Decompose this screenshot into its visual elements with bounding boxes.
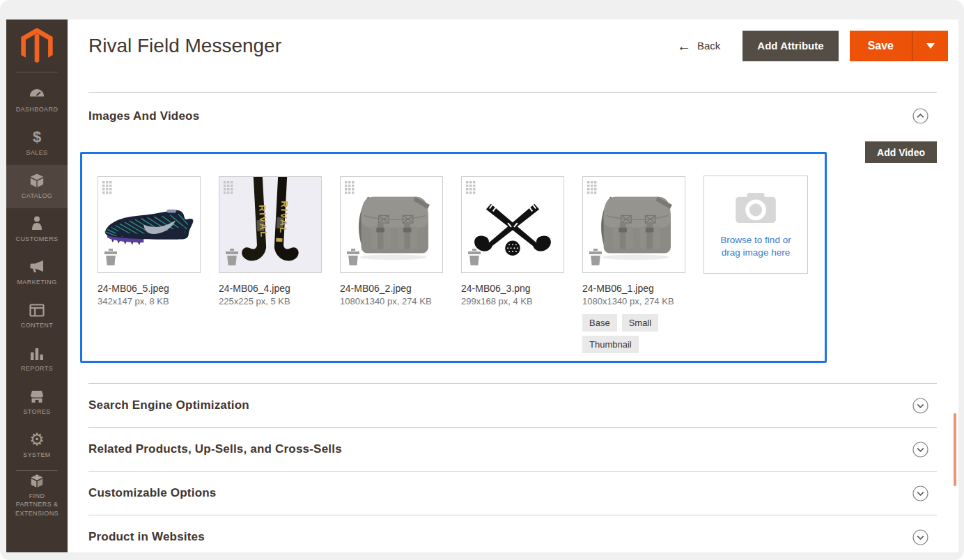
svg-text:RIVAL: RIVAL <box>278 201 290 235</box>
media-tile[interactable] <box>461 176 564 273</box>
image-filename: 24-MB06_1.jpeg <box>582 283 685 294</box>
sidebar-item-label: CUSTOMERS <box>10 235 63 243</box>
expand-section-button[interactable] <box>912 442 928 458</box>
section-customizable-options[interactable]: Customizable Options <box>88 471 937 515</box>
drag-handle-icon[interactable] <box>345 181 355 197</box>
content-area: Images And Videos Add Video <box>68 72 958 552</box>
back-label: Back <box>697 40 720 52</box>
drag-handle-icon[interactable] <box>224 181 233 197</box>
section-divider <box>88 92 937 93</box>
bar-chart-icon <box>30 345 44 361</box>
scrollbar-thumb[interactable] <box>954 413 956 486</box>
sidebar-item-label: STORES <box>10 407 63 416</box>
page-title: Rival Field Messenger <box>88 35 677 57</box>
media-card: RIVAL RIVAL <box>219 176 322 361</box>
sidebar-item-label: MARKETING <box>10 278 63 286</box>
image-info: 1080x1340 px, 274 KB <box>340 296 443 306</box>
image-filename: 24-MB06_4.jpeg <box>219 283 322 294</box>
drag-handle-icon[interactable] <box>466 181 476 197</box>
chevron-up-icon <box>912 108 928 124</box>
section-title: Customizable Options <box>88 486 216 500</box>
media-tile[interactable] <box>582 176 685 273</box>
delete-image-icon[interactable] <box>467 249 481 268</box>
sidebar-item-dashboard[interactable]: DASHBOARD <box>6 79 68 122</box>
section-search-engine-optimization[interactable]: Search Engine Optimization <box>88 383 937 427</box>
expand-section-button[interactable] <box>912 485 928 501</box>
product-image-crossed-sticks <box>468 194 557 256</box>
sidebar-item-label: REPORTS <box>10 364 63 373</box>
product-image-track-spike <box>103 203 195 247</box>
sidebar-item-sales[interactable]: $ SALES <box>6 122 68 165</box>
layout-icon <box>29 302 45 318</box>
camera-icon <box>734 191 777 224</box>
sidebar: DASHBOARD $ SALES CATALOG CUSTOMERS <box>6 20 68 552</box>
drag-handle-icon[interactable] <box>102 181 112 197</box>
chevron-down-icon <box>912 398 928 414</box>
caret-down-icon <box>926 43 935 49</box>
magento-logo[interactable] <box>21 28 53 64</box>
section-related-products[interactable]: Related Products, Up-Sells, and Cross-Se… <box>88 427 937 471</box>
delete-image-icon[interactable] <box>589 249 602 268</box>
sidebar-item-stores[interactable]: STORES <box>6 381 68 424</box>
back-arrow-icon: ← <box>677 39 691 53</box>
add-attribute-button[interactable]: Add Attribute <box>743 31 838 61</box>
sidebar-item-label: FIND PARTNERS & EXTENSIONS <box>10 492 63 517</box>
person-icon <box>30 216 44 231</box>
delete-image-icon[interactable] <box>346 249 360 268</box>
expand-section-button[interactable] <box>912 529 928 545</box>
media-tile[interactable] <box>98 176 201 273</box>
image-info: 225x225 px, 5 KB <box>219 296 322 306</box>
chevron-down-icon <box>912 442 928 458</box>
delete-image-icon[interactable] <box>225 249 239 268</box>
delete-image-icon[interactable] <box>104 249 118 268</box>
role-badge-thumbnail: Thumbnail <box>582 336 639 353</box>
dollar-icon: $ <box>33 130 41 145</box>
magento-admin-window: DASHBOARD $ SALES CATALOG CUSTOMERS <box>6 20 958 552</box>
media-tile[interactable] <box>340 176 443 273</box>
sidebar-item-label: CONTENT <box>10 321 63 329</box>
sidebar-item-system[interactable]: ⚙ SYSTEM <box>6 424 68 467</box>
media-gallery-panel: 24-MB06_5.jpeg 342x147 px, 8 KB RIVAL <box>80 152 827 363</box>
sidebar-item-catalog[interactable]: CATALOG <box>6 165 68 208</box>
back-button[interactable]: ← Back <box>677 39 720 53</box>
image-filename: 24-MB06_2.jpeg <box>340 283 443 294</box>
magento-logo-icon <box>21 28 53 64</box>
sidebar-item-content[interactable]: CONTENT <box>6 295 68 338</box>
sidebar-item-label: DASHBOARD <box>10 105 63 114</box>
megaphone-icon <box>29 259 45 274</box>
sidebar-item-label: CATALOG <box>10 192 63 200</box>
media-tile[interactable]: RIVAL RIVAL <box>219 176 322 273</box>
save-button[interactable]: Save <box>850 31 912 61</box>
chevron-down-icon <box>912 485 928 501</box>
sidebar-item-reports[interactable]: REPORTS <box>6 338 68 381</box>
sidebar-item-find-partners[interactable]: FIND PARTNERS & EXTENSIONS <box>6 471 68 520</box>
sidebar-divider <box>16 72 58 72</box>
images-and-videos-header[interactable]: Images And Videos <box>88 108 928 124</box>
sidebar-item-label: SYSTEM <box>10 451 63 459</box>
image-info: 1080x1340 px, 274 KB <box>582 296 685 306</box>
media-card: 24-MB06_2.jpeg 1080x1340 px, 274 KB <box>340 176 443 361</box>
media-card: 24-MB06_3.png 299x168 px, 4 KB <box>461 176 564 361</box>
browse-drop-zone[interactable]: Browse to find or drag image here <box>703 176 808 274</box>
chevron-down-icon <box>912 529 928 545</box>
section-title: Search Engine Optimization <box>88 398 249 412</box>
dashboard-gauge-icon <box>29 86 45 102</box>
storefront-icon <box>29 389 45 404</box>
browse-link[interactable]: Browse to find or drag image here <box>715 234 796 258</box>
media-card: 24-MB06_1.jpeg 1080x1340 px, 274 KB Base… <box>582 176 685 361</box>
sidebar-item-customers[interactable]: CUSTOMERS <box>6 208 68 251</box>
save-options-button[interactable] <box>912 31 948 61</box>
role-badge-small: Small <box>622 314 659 332</box>
image-info: 342x147 px, 8 KB <box>98 296 201 306</box>
svg-text:RIVAL: RIVAL <box>257 205 269 239</box>
sidebar-nav: DASHBOARD $ SALES CATALOG CUSTOMERS <box>6 79 68 520</box>
section-title: Images And Videos <box>88 109 199 123</box>
collapse-section-button[interactable] <box>912 108 928 124</box>
section-product-in-websites[interactable]: Product in Websites <box>88 515 937 552</box>
image-info: 299x168 px, 4 KB <box>461 296 564 306</box>
image-filename: 24-MB06_3.png <box>461 283 564 294</box>
drag-handle-icon[interactable] <box>587 181 597 197</box>
expand-section-button[interactable] <box>912 398 928 414</box>
add-video-button[interactable]: Add Video <box>865 141 937 163</box>
sidebar-item-marketing[interactable]: MARKETING <box>6 251 68 295</box>
